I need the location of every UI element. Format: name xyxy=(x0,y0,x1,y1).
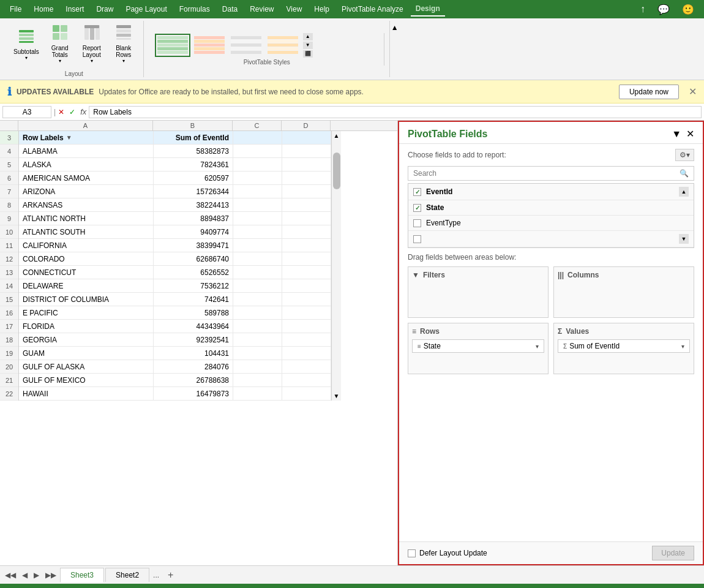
style-scroll-down[interactable]: ▼ xyxy=(303,42,313,49)
table-row[interactable]: GULF OF ALASKA 284076 xyxy=(19,360,331,374)
menu-formulas[interactable]: Formulas xyxy=(174,2,215,16)
menu-pivottable-analyze[interactable]: PivotTable Analyze xyxy=(337,2,408,16)
field-item-state[interactable]: ✓ State xyxy=(408,200,694,216)
pivot-close-icon[interactable]: ✕ xyxy=(686,128,694,140)
insert-function-icon[interactable]: fx xyxy=(80,107,86,116)
field-item-injdirect[interactable]: ▼ xyxy=(408,231,694,247)
col-header-d[interactable]: D xyxy=(282,121,331,130)
sheet-nav-first[interactable]: ◀◀ xyxy=(2,571,18,579)
row-num-3[interactable]: 3 xyxy=(0,131,18,145)
values-area[interactable]: Σ Values Σ Sum of EventId ▾ xyxy=(553,323,694,374)
row-num-12[interactable]: 12 xyxy=(0,252,18,266)
field-checkbox-state[interactable]: ✓ xyxy=(413,204,421,212)
field-checkbox-eventtype[interactable] xyxy=(413,219,421,227)
menu-view[interactable]: View xyxy=(282,2,307,16)
field-checkbox-injdirect[interactable] xyxy=(413,235,421,243)
table-row[interactable]: DELAWARE 7536212 xyxy=(19,279,331,293)
scroll-up-btn[interactable]: ▲ xyxy=(332,131,341,140)
update-now-button[interactable]: Update now xyxy=(619,85,679,99)
pivot-update-button[interactable]: Update xyxy=(652,546,694,560)
cancel-formula-icon[interactable]: ✕ xyxy=(58,108,64,116)
col-header-b[interactable]: B xyxy=(153,121,233,130)
row-num-6[interactable]: 6 xyxy=(0,172,18,185)
grand-totals-button[interactable]: GrandTotals ▾ xyxy=(45,21,75,66)
row-num-22[interactable]: 22 xyxy=(0,387,18,401)
row-num-9[interactable]: 9 xyxy=(0,212,18,225)
scroll-thumb[interactable] xyxy=(333,153,340,189)
menu-draw[interactable]: Draw xyxy=(91,2,118,16)
menu-design[interactable]: Design xyxy=(411,2,445,17)
field-item-eventid[interactable]: ✓ EventId ▲ xyxy=(408,184,694,200)
subtotals-button[interactable]: Subtotals ▾ xyxy=(10,25,43,63)
values-sum-tag[interactable]: Σ Sum of EventId ▾ xyxy=(558,339,690,353)
table-row[interactable]: DISTRICT OF COLUMBIA 742641 xyxy=(19,293,331,306)
row-num-17[interactable]: 17 xyxy=(0,320,18,333)
table-row[interactable]: GULF OF MEXICO 26788638 xyxy=(19,374,331,387)
row-num-18[interactable]: 18 xyxy=(0,333,18,347)
smiley-icon[interactable]: 🙂 xyxy=(677,1,699,18)
rows-state-tag[interactable]: ≡ State ▾ xyxy=(412,339,544,353)
pivot-style-3[interactable] xyxy=(228,34,264,57)
menu-insert[interactable]: Insert xyxy=(61,2,89,16)
col-header-a[interactable]: A xyxy=(18,121,153,130)
row-num-11[interactable]: 11 xyxy=(0,239,18,252)
scroll-down-btn[interactable]: ▼ xyxy=(332,391,341,401)
table-row[interactable]: CALIFORNIA 38399471 xyxy=(19,239,331,252)
sheet-nav-last[interactable]: ▶▶ xyxy=(43,571,59,579)
pivot-style-2[interactable] xyxy=(192,34,227,57)
table-row[interactable]: ATLANTIC SOUTH 9409774 xyxy=(19,225,331,239)
table-row[interactable]: COLORADO 62686740 xyxy=(19,252,331,266)
row-num-8[interactable]: 8 xyxy=(0,198,18,212)
add-sheet-button[interactable]: + xyxy=(163,570,178,581)
rows-area[interactable]: ≡ Rows ≡ State ▾ xyxy=(408,323,549,374)
table-row[interactable]: ALASKA 7824361 xyxy=(19,158,331,172)
row-num-4[interactable]: 4 xyxy=(0,145,18,158)
row-num-20[interactable]: 20 xyxy=(0,360,18,374)
pivot-search-input[interactable] xyxy=(408,167,675,180)
confirm-formula-icon[interactable]: ✓ xyxy=(69,108,75,116)
table-row[interactable]: E PACIFIC 589788 xyxy=(19,306,331,320)
comment-icon[interactable]: 💬 xyxy=(653,1,675,18)
table-header-row[interactable]: Row Labels ▼ Sum of EventId xyxy=(19,131,331,145)
values-tag-dropdown[interactable]: ▾ xyxy=(681,343,684,350)
table-row[interactable]: CONNECTICUT 6526552 xyxy=(19,266,331,279)
field-scroll-up[interactable]: ▲ xyxy=(679,187,689,197)
close-banner-button[interactable]: ✕ xyxy=(689,86,697,97)
row-num-19[interactable]: 19 xyxy=(0,347,18,360)
row-num-13[interactable]: 13 xyxy=(0,266,18,279)
table-row[interactable]: ARIZONA 15726344 xyxy=(19,185,331,198)
style-scroll-up[interactable]: ▲ xyxy=(303,33,313,40)
field-checkbox-eventid[interactable]: ✓ xyxy=(413,188,421,196)
vertical-scrollbar[interactable]: ▲ ▼ xyxy=(331,131,341,401)
row-num-10[interactable]: 10 xyxy=(0,225,18,239)
sheet-more-tabs[interactable]: ... xyxy=(151,571,162,579)
table-row[interactable]: HAWAII 16479873 xyxy=(19,387,331,401)
share-icon[interactable]: ↑ xyxy=(635,1,650,17)
row-num-14[interactable]: 14 xyxy=(0,279,18,293)
columns-area[interactable]: ||| Columns xyxy=(553,266,694,318)
row-num-15[interactable]: 15 xyxy=(0,293,18,306)
row-num-7[interactable]: 7 xyxy=(0,185,18,198)
sheet-nav-next[interactable]: ▶ xyxy=(31,571,42,579)
rows-tag-dropdown[interactable]: ▾ xyxy=(536,343,539,350)
table-row[interactable]: GEORGIA 92392541 xyxy=(19,333,331,347)
filters-area[interactable]: ▼ Filters xyxy=(408,266,549,318)
menu-file[interactable]: File xyxy=(5,2,26,16)
menu-help[interactable]: Help xyxy=(309,2,334,16)
style-scroll-more[interactable]: ⬛ xyxy=(303,50,313,58)
table-row[interactable]: ATLANTIC NORTH 8894837 xyxy=(19,212,331,225)
menu-data[interactable]: Data xyxy=(217,2,242,16)
pivot-style-4[interactable] xyxy=(265,34,301,57)
col-header-c[interactable]: C xyxy=(233,121,282,130)
menu-page-layout[interactable]: Page Layout xyxy=(121,2,171,16)
table-row[interactable]: AMERICAN SAMOA 620597 xyxy=(19,172,331,185)
sheet-tab-sheet2[interactable]: Sheet2 xyxy=(105,568,149,582)
cell-reference-input[interactable] xyxy=(2,106,51,118)
row-labels-dropdown[interactable]: ▼ xyxy=(66,134,72,141)
pivot-style-1[interactable] xyxy=(155,34,190,57)
row-num-21[interactable]: 21 xyxy=(0,374,18,387)
field-scroll-down[interactable]: ▼ xyxy=(679,234,689,244)
formula-input[interactable] xyxy=(89,106,702,118)
blank-rows-button[interactable]: BlankRows ▾ xyxy=(109,21,138,66)
table-row[interactable]: ARKANSAS 38224413 xyxy=(19,198,331,212)
